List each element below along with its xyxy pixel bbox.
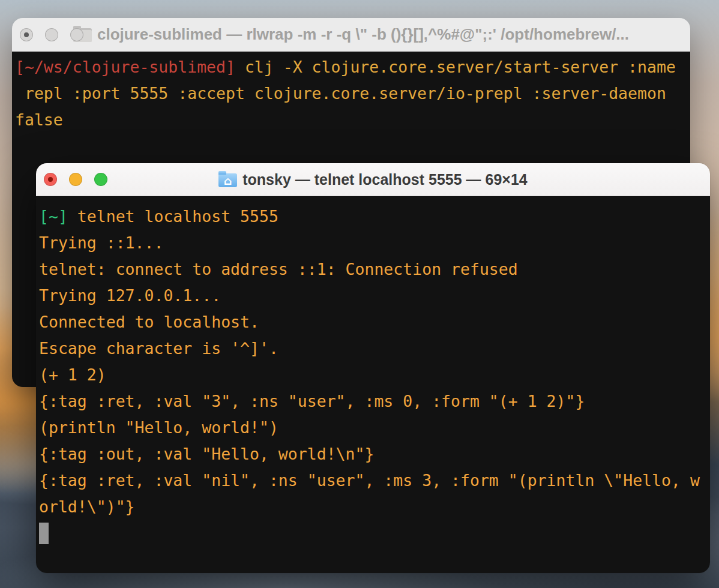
terminal-text: [~/ws/clojure-sublimed]: [15, 58, 235, 76]
terminal-line: (println "Hello, world!"): [39, 415, 705, 441]
foreground-terminal-content[interactable]: [~] telnet localhost 5555Trying ::1...te…: [36, 196, 710, 573]
foreground-window-title: tonsky — telnet localhost 5555 — 69×14: [242, 171, 528, 188]
terminal-text: telnet localhost 5555: [68, 207, 278, 226]
minimize-button[interactable]: [45, 28, 58, 41]
terminal-line: Trying 127.0.0.1...: [39, 283, 705, 309]
terminal-line: telnet: connect to address ::1: Connecti…: [39, 256, 705, 283]
zoom-button[interactable]: [94, 173, 107, 186]
terminal-text: {:tag :ret, :val "nil", :ns "user", :ms …: [39, 471, 700, 490]
terminal-line: [39, 520, 705, 547]
terminal-line: Escape character is '^]'.: [39, 335, 705, 362]
terminal-line: {:tag :out, :val "Hello, world!\n"}: [39, 441, 705, 467]
terminal-text: repl :port 5555 :accept clojure.core.ser…: [15, 84, 666, 103]
terminal-line: false: [15, 107, 685, 133]
terminal-text: Connected to localhost.: [39, 313, 259, 331]
minimize-button[interactable]: [69, 173, 82, 186]
terminal-line: [~] telnet localhost 5555: [39, 203, 705, 230]
terminal-line: Trying ::1...: [39, 230, 705, 256]
zoom-button[interactable]: [70, 28, 83, 41]
close-button[interactable]: [20, 28, 33, 41]
terminal-line: {:tag :ret, :val "3", :ns "user", :ms 0,…: [39, 388, 705, 415]
terminal-text: false: [15, 110, 63, 129]
terminal-line: orld!\")"}: [39, 494, 705, 520]
terminal-line: [~/ws/clojure-sublimed] clj -X clojure.c…: [15, 54, 685, 80]
traffic-lights: [12, 28, 83, 41]
terminal-text: {:tag :out, :val "Hello, world!\n"}: [39, 445, 374, 463]
title-area: tonsky — telnet localhost 5555 — 69×14: [36, 163, 710, 196]
terminal-text: orld!\")"}: [39, 497, 135, 516]
foreground-terminal-window: tonsky — telnet localhost 5555 — 69×14 […: [36, 163, 710, 573]
terminal-text: (+ 1 2): [39, 365, 106, 384]
terminal-text: Trying ::1...: [39, 233, 163, 252]
terminal-text: Escape character is '^]'.: [39, 339, 278, 358]
title-area: clojure-sublimed — rlwrap -m -r -q \" -b…: [12, 18, 690, 51]
traffic-lights: [36, 173, 107, 186]
terminal-text: [~]: [39, 207, 68, 226]
foreground-window-titlebar[interactable]: tonsky — telnet localhost 5555 — 69×14: [36, 163, 710, 196]
close-button[interactable]: [44, 173, 57, 186]
terminal-line: (+ 1 2): [39, 362, 705, 388]
background-window-titlebar[interactable]: clojure-sublimed — rlwrap -m -r -q \" -b…: [12, 18, 690, 52]
background-window-title: clojure-sublimed — rlwrap -m -r -q \" -b…: [97, 25, 629, 44]
terminal-text: clj -X clojure.core.server/start-server …: [235, 58, 676, 76]
terminal-line: Connected to localhost.: [39, 309, 705, 335]
terminal-text: telnet: connect to address ::1: Connecti…: [39, 260, 518, 278]
terminal-text: Trying 127.0.0.1...: [39, 286, 221, 305]
terminal-line: repl :port 5555 :accept clojure.core.ser…: [15, 80, 685, 107]
terminal-text: (println "Hello, world!"): [39, 418, 278, 437]
desktop-wallpaper: clojure-sublimed — rlwrap -m -r -q \" -b…: [0, 0, 719, 588]
terminal-text: {:tag :ret, :val "3", :ns "user", :ms 0,…: [39, 392, 585, 410]
terminal-cursor: [39, 523, 49, 544]
terminal-line: {:tag :ret, :val "nil", :ns "user", :ms …: [39, 467, 705, 494]
home-folder-icon: [218, 173, 237, 187]
